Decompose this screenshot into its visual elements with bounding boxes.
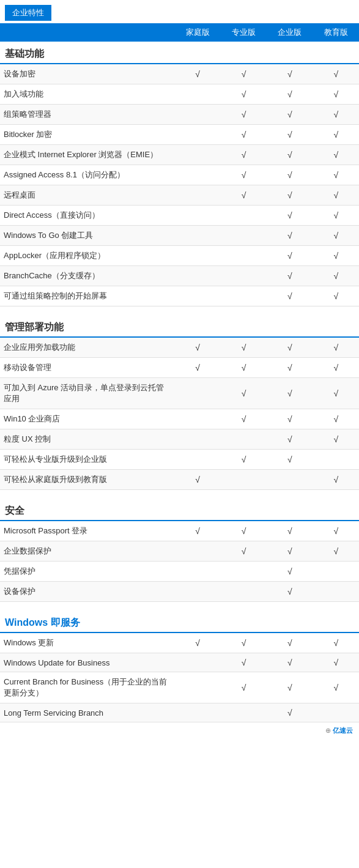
check-edu: √ <box>313 266 359 286</box>
feature-name: BranchCache（分支缓存） <box>0 266 174 286</box>
check-ent <box>267 470 313 490</box>
check-edu <box>313 582 359 602</box>
check-pro: √ <box>221 409 267 429</box>
section-header-row-management: 管理部署功能 <box>0 315 359 337</box>
check-edu: √ <box>313 105 359 125</box>
check-home <box>174 145 220 165</box>
feature-name: 加入域功能 <box>0 84 174 105</box>
table-row: 可轻松从家庭版升级到教育版√√ <box>0 470 359 490</box>
col-home: 家庭版 <box>174 23 220 42</box>
check-home <box>174 84 220 105</box>
check-pro <box>221 703 267 722</box>
table-row: Assigned Access 8.1（访问分配）√√√ <box>0 165 359 185</box>
table-row: Microsoft Passport 登录√√√√ <box>0 521 359 541</box>
check-home: √ <box>174 470 220 490</box>
check-pro: √ <box>221 672 267 703</box>
check-edu: √ <box>313 337 359 358</box>
check-pro <box>221 429 267 450</box>
check-edu: √ <box>313 632 359 653</box>
section-header-row-basic: 基础功能 <box>0 42 359 64</box>
feature-name: 设备保护 <box>0 582 174 602</box>
table-row: 可轻松从专业版升级到企业版√√ <box>0 450 359 470</box>
check-home <box>174 672 220 703</box>
table-row: 设备加密√√√√ <box>0 64 359 84</box>
check-home: √ <box>174 632 220 653</box>
check-edu: √ <box>313 653 359 672</box>
feature-name: Win10 企业商店 <box>0 409 174 429</box>
feature-name: Current Branch for Business（用于企业的当前更新分支） <box>0 672 174 703</box>
check-edu: √ <box>313 286 359 306</box>
section-title-basic: 基础功能 <box>0 42 359 64</box>
check-home <box>174 450 220 470</box>
check-pro: √ <box>221 165 267 185</box>
check-edu: √ <box>313 84 359 105</box>
feature-name: Windows To Go 创建工具 <box>0 226 174 246</box>
check-pro <box>221 246 267 266</box>
check-edu <box>313 562 359 582</box>
table-row: AppLocker（应用程序锁定）√√ <box>0 246 359 266</box>
check-edu: √ <box>313 378 359 409</box>
check-edu: √ <box>313 358 359 378</box>
check-home: √ <box>174 521 220 541</box>
check-pro <box>221 582 267 602</box>
enterprise-badge: 企业特性 <box>5 5 51 21</box>
section-title-windows-service: Windows 即服务 <box>0 610 359 632</box>
section-header-row-security: 安全 <box>0 499 359 521</box>
feature-name: Windows 更新 <box>0 632 174 653</box>
check-pro: √ <box>221 358 267 378</box>
check-ent: √ <box>267 582 313 602</box>
check-ent: √ <box>267 409 313 429</box>
feature-name: 移动设备管理 <box>0 358 174 378</box>
table-row: 组策略管理器√√√ <box>0 105 359 125</box>
check-edu: √ <box>313 521 359 541</box>
check-home: √ <box>174 337 220 358</box>
feature-name: 凭据保护 <box>0 562 174 582</box>
feature-name: 粒度 UX 控制 <box>0 429 174 450</box>
section-title-security: 安全 <box>0 499 359 521</box>
check-edu: √ <box>313 246 359 266</box>
check-ent: √ <box>267 246 313 266</box>
check-home <box>174 562 220 582</box>
feature-name: Long Term Servicing Branch <box>0 703 174 722</box>
check-home: √ <box>174 64 220 84</box>
feature-table: 家庭版 专业版 企业版 教育版 基础功能设备加密√√√√加入域功能√√√组策略管… <box>0 23 359 722</box>
check-edu: √ <box>313 470 359 490</box>
check-pro <box>221 266 267 286</box>
check-ent: √ <box>267 145 313 165</box>
col-edu: 教育版 <box>313 23 359 42</box>
check-edu <box>313 703 359 722</box>
check-ent: √ <box>267 562 313 582</box>
feature-name: 组策略管理器 <box>0 105 174 125</box>
check-edu: √ <box>313 165 359 185</box>
table-row: 可加入到 Azure 活动目录，单点登录到云托管应用√√√ <box>0 378 359 409</box>
spacer-row <box>0 602 359 611</box>
check-home <box>174 206 220 226</box>
table-row: 设备保护√ <box>0 582 359 602</box>
feature-name: 企业数据保护 <box>0 541 174 562</box>
feature-name: 可加入到 Azure 活动目录，单点登录到云托管应用 <box>0 378 174 409</box>
check-edu: √ <box>313 125 359 145</box>
check-home <box>174 165 220 185</box>
check-home <box>174 582 220 602</box>
section-header-row-windows-service: Windows 即服务 <box>0 610 359 632</box>
check-edu: √ <box>313 429 359 450</box>
check-home <box>174 105 220 125</box>
check-ent: √ <box>267 653 313 672</box>
check-edu: √ <box>313 409 359 429</box>
check-home <box>174 266 220 286</box>
table-row: 移动设备管理√√√√ <box>0 358 359 378</box>
check-home <box>174 125 220 145</box>
table-row: Windows 更新√√√√ <box>0 632 359 653</box>
table-row: 企业模式 Internet Explorer 浏览器（EMIE）√√√ <box>0 145 359 165</box>
check-ent: √ <box>267 84 313 105</box>
check-pro: √ <box>221 653 267 672</box>
check-pro <box>221 562 267 582</box>
check-ent: √ <box>267 450 313 470</box>
check-pro: √ <box>221 185 267 206</box>
table-row: 凭据保护√ <box>0 562 359 582</box>
section-title-management: 管理部署功能 <box>0 315 359 337</box>
check-edu: √ <box>313 672 359 703</box>
feature-name: 设备加密 <box>0 64 174 84</box>
check-pro: √ <box>221 145 267 165</box>
check-ent: √ <box>267 632 313 653</box>
